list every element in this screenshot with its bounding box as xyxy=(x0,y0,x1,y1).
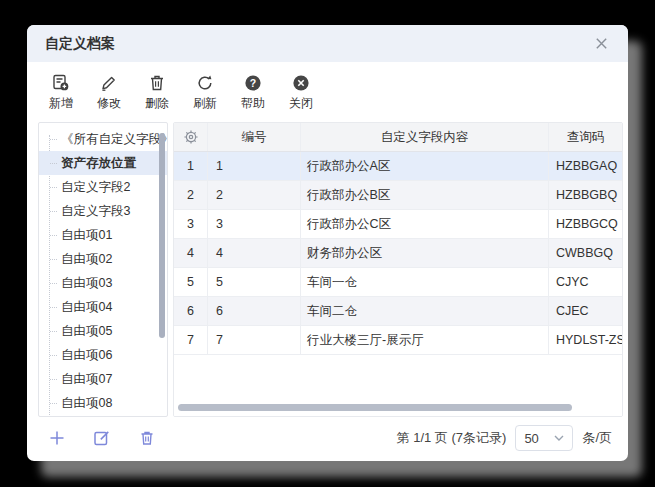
cell-code: 1 xyxy=(208,152,301,180)
sidebar-item-asset-location[interactable]: 资产存放位置 xyxy=(39,151,167,175)
table-row[interactable]: 7 7 行业大楼三厅-展示厅 HYDLST-ZST xyxy=(174,326,622,355)
close-circle-icon xyxy=(291,73,311,93)
cell-index: 4 xyxy=(174,239,208,267)
sidebar-scrollbar[interactable] xyxy=(159,133,165,338)
dialog-footer: 第 1/1 页 (7条记录) 50 条/页 xyxy=(27,417,628,461)
close-icon xyxy=(594,36,609,51)
tree-item-label: 自由项08 xyxy=(61,395,112,412)
tree-item-label: 自由项05 xyxy=(61,323,112,340)
cell-content: 车间一仓 xyxy=(301,268,549,296)
table-row[interactable]: 2 2 行政部办公B区 HZBBGBQ xyxy=(174,181,622,210)
cell-index: 1 xyxy=(174,152,208,180)
table-row[interactable]: 4 4 财务部办公区 CWBBGQ xyxy=(174,239,622,268)
cell-query: HZBBGAQ xyxy=(549,152,622,180)
page-size-select[interactable]: 50 xyxy=(515,425,573,451)
cell-code: 4 xyxy=(208,239,301,267)
cell-code: 5 xyxy=(208,268,301,296)
sidebar-item-free03[interactable]: 自由项03 xyxy=(39,271,167,295)
sidebar-item-custom-field3[interactable]: 自定义字段3 xyxy=(39,199,167,223)
content-area: 《所有自定义字段》 资产存放位置 自定义字段2 自定义字段3 自由项01 自由项… xyxy=(27,118,628,417)
cell-index: 5 xyxy=(174,268,208,296)
custom-archive-dialog: 自定义档案 新增 修改 xyxy=(27,25,628,461)
table-row[interactable]: 6 6 车间二仓 CJEC xyxy=(174,297,622,326)
cell-content: 车间二仓 xyxy=(301,297,549,325)
svg-text:?: ? xyxy=(250,77,256,89)
tree-actions xyxy=(47,428,197,448)
table-row[interactable]: 5 5 车间一仓 CJYC xyxy=(174,268,622,297)
cell-content: 行业大楼三厅-展示厅 xyxy=(301,326,549,354)
cell-content: 财务部办公区 xyxy=(301,239,549,267)
refresh-icon xyxy=(195,73,215,93)
close-button-label: 关闭 xyxy=(289,95,313,112)
modify-button-label: 修改 xyxy=(97,95,121,112)
help-button-label: 帮助 xyxy=(241,95,265,112)
trash-icon xyxy=(147,73,167,93)
cell-content: 行政部办公A区 xyxy=(301,152,549,180)
column-settings-button[interactable] xyxy=(174,123,208,151)
sidebar-item-free05[interactable]: 自由项05 xyxy=(39,319,167,343)
help-button[interactable]: ? 帮助 xyxy=(236,73,270,112)
delete-item-icon[interactable] xyxy=(137,428,157,448)
table-horizontal-scrollbar[interactable] xyxy=(178,404,572,411)
table-header: 编号 自定义字段内容 查询码 xyxy=(174,123,622,152)
sidebar-item-free02[interactable]: 自由项02 xyxy=(39,247,167,271)
plus-icon[interactable] xyxy=(47,428,67,448)
cell-content: 行政部办公C区 xyxy=(301,210,549,238)
pagination: 第 1/1 页 (7条记录) 50 条/页 xyxy=(397,425,612,451)
tree-item-label: 资产存放位置 xyxy=(61,155,136,172)
refresh-button[interactable]: 刷新 xyxy=(188,73,222,112)
sidebar-item-free08[interactable]: 自由项08 xyxy=(39,391,167,415)
cell-index: 2 xyxy=(174,181,208,209)
tree-item-label: 自由项02 xyxy=(61,251,112,268)
cell-query: CJEC xyxy=(549,297,622,325)
cell-code: 7 xyxy=(208,326,301,354)
sidebar-item-custom-field2[interactable]: 自定义字段2 xyxy=(39,175,167,199)
dialog-title: 自定义档案 xyxy=(45,35,115,53)
modify-button[interactable]: 修改 xyxy=(92,73,126,112)
add-record-icon xyxy=(51,73,71,93)
field-tree-panel: 《所有自定义字段》 资产存放位置 自定义字段2 自定义字段3 自由项01 自由项… xyxy=(38,122,168,417)
add-button-label: 新增 xyxy=(49,95,73,112)
per-page-label: 条/页 xyxy=(582,429,612,447)
dialog-titlebar: 自定义档案 xyxy=(27,25,628,62)
cell-content: 行政部办公B区 xyxy=(301,181,549,209)
tree-item-label: 自由项06 xyxy=(61,347,112,364)
toolbar: 新增 修改 删除 刷新 ? xyxy=(27,62,628,118)
table-row[interactable]: 1 1 行政部办公A区 HZBBGAQ xyxy=(174,152,622,181)
tree-item-label: 自由项04 xyxy=(61,299,112,316)
cell-code: 6 xyxy=(208,297,301,325)
cell-code: 2 xyxy=(208,181,301,209)
column-header-content: 自定义字段内容 xyxy=(301,123,549,151)
add-button[interactable]: 新增 xyxy=(44,73,78,112)
table-row[interactable]: 3 3 行政部办公C区 HZBBGCQ xyxy=(174,210,622,239)
cell-query: CJYC xyxy=(549,268,622,296)
edit-item-icon[interactable] xyxy=(92,428,112,448)
sidebar-item-free04[interactable]: 自由项04 xyxy=(39,295,167,319)
sidebar-item-free07[interactable]: 自由项07 xyxy=(39,367,167,391)
tree-item-label: 自由项03 xyxy=(61,275,112,292)
cell-index: 6 xyxy=(174,297,208,325)
tree-item-label: 自定义字段3 xyxy=(61,203,130,220)
records-table: 编号 自定义字段内容 查询码 1 1 行政部办公A区 HZBBGAQ 2 2 行… xyxy=(173,122,623,417)
page-info: 第 1/1 页 (7条记录) xyxy=(397,429,507,447)
cell-code: 3 xyxy=(208,210,301,238)
column-header-code: 编号 xyxy=(208,123,301,151)
cell-query: HZBBGBQ xyxy=(549,181,622,209)
page-size-value: 50 xyxy=(524,431,538,446)
edit-icon xyxy=(99,73,119,93)
gear-icon xyxy=(183,129,199,145)
delete-button[interactable]: 删除 xyxy=(140,73,174,112)
sidebar-item-all-fields[interactable]: 《所有自定义字段》 xyxy=(39,127,167,151)
cell-index: 7 xyxy=(174,326,208,354)
cell-query: HZBBGCQ xyxy=(549,210,622,238)
close-button[interactable]: 关闭 xyxy=(284,73,318,112)
cell-query: HYDLST-ZST xyxy=(549,326,622,354)
cell-index: 3 xyxy=(174,210,208,238)
tree-item-label: 自由项07 xyxy=(61,371,112,388)
sidebar-item-free06[interactable]: 自由项06 xyxy=(39,343,167,367)
sidebar-item-free01[interactable]: 自由项01 xyxy=(39,223,167,247)
dialog-close-button[interactable] xyxy=(592,35,610,53)
tree-item-label: 自由项01 xyxy=(61,227,112,244)
cell-query: CWBBGQ xyxy=(549,239,622,267)
refresh-button-label: 刷新 xyxy=(193,95,217,112)
